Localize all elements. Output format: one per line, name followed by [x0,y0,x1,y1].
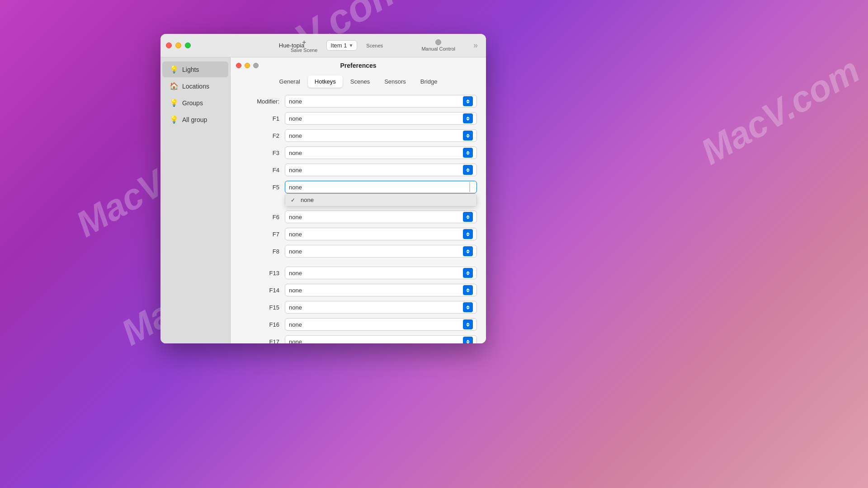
f13-value: none [289,270,302,277]
modifier-label: Modifier: [240,98,285,105]
modifier-arrow [463,96,473,106]
sidebar-locations-label: Locations [182,83,209,90]
lights-icon: 💡 [170,65,178,74]
f14-select[interactable]: none [285,284,477,296]
f16-select[interactable]: none [285,318,477,331]
f3-row: F3 none [240,146,477,159]
scenes-label: Scenes [366,43,383,48]
f15-arrow [463,302,473,312]
tab-general[interactable]: General [273,75,307,88]
f1-label: F1 [240,115,285,122]
toolbar-right: Manual Control » [421,34,481,57]
tab-bridge[interactable]: Bridge [414,75,444,88]
groups-icon: 💡 [170,99,178,107]
pref-content: Modifier: none F1 none [231,91,486,343]
save-scene-icon: + [302,38,306,47]
f5-label: F5 [240,184,285,191]
f13-label: F13 [240,270,285,277]
f16-arrow [463,319,473,329]
sidebar-item-lights[interactable]: 💡 Lights [162,61,228,77]
f1-arrow [463,113,473,123]
f2-arrow [463,131,473,141]
f6-row: F6 none [240,211,477,223]
f5-value: none [289,184,302,191]
f8-value: none [289,248,302,255]
f2-value: none [289,132,302,139]
f13-arrow [463,268,473,278]
f17-value: none [289,338,302,344]
titlebar: Hue-topia + Save Scene Item 1 ▼ Scenes M… [160,34,486,57]
f16-value: none [289,321,302,328]
f3-select[interactable]: none [285,146,477,159]
modifier-select[interactable]: none [285,95,477,108]
mc-dot [435,39,441,45]
f13-select[interactable]: none [285,267,477,279]
manual-control-label: Manual Control [421,46,455,52]
sidebar-item-locations[interactable]: 🏠 Locations [162,78,228,94]
dropdown-item-none-label: none [301,197,314,203]
arrow-up-icon [466,99,470,101]
f17-select[interactable]: none [285,335,477,343]
f15-label: F15 [240,304,285,311]
f5-dropdown: ✓ none [285,193,477,206]
f6-select[interactable]: none [285,211,477,223]
sidebar-item-groups[interactable]: 💡 Groups [162,95,228,111]
sidebar: 💡 Lights 🏠 Locations 💡 Groups 💡 All grou… [160,57,231,343]
f7-label: F7 [240,231,285,238]
f13-row: F13 none [240,267,477,279]
f1-row: F1 none [240,112,477,125]
scenes-dropdown-arrow: ▼ [349,43,353,48]
tab-hotkeys[interactable]: Hotkeys [308,75,343,88]
f2-select[interactable]: none [285,129,477,142]
maximize-button[interactable] [185,42,191,48]
locations-icon: 🏠 [170,82,178,90]
tab-scenes[interactable]: Scenes [344,75,377,88]
modifier-value: none [289,98,302,105]
f5-row: F5 none ✓ none [240,181,477,193]
sidebar-lights-label: Lights [182,66,199,73]
window-body: 💡 Lights 🏠 Locations 💡 Groups 💡 All grou… [160,57,486,343]
f15-row: F15 none [240,301,477,314]
f15-select[interactable]: none [285,301,477,314]
f4-arrow [463,165,473,175]
f8-select[interactable]: none [285,245,477,258]
f16-label: F16 [240,321,285,328]
f14-value: none [289,287,302,294]
f17-label: F17 [240,338,285,344]
pref-close-button[interactable] [236,63,241,68]
traffic-lights [166,42,191,48]
minimize-button[interactable] [175,42,181,48]
save-scene-button[interactable]: + Save Scene [291,38,317,53]
all-group-icon: 💡 [170,115,178,124]
f8-row: F8 none [240,245,477,258]
scenes-label-area: Scenes [366,43,383,48]
f1-value: none [289,115,302,122]
manual-control-button[interactable]: Manual Control [421,39,455,52]
scenes-dropdown[interactable]: Item 1 ▼ [326,40,357,51]
tab-sensors[interactable]: Sensors [377,75,413,88]
pref-minimize-button[interactable] [245,63,250,68]
preferences-panel: Preferences General Hotkeys Scenes Senso… [231,57,486,343]
close-button[interactable] [166,42,172,48]
arrow-down-icon [466,102,470,103]
pref-maximize-button[interactable] [253,63,259,68]
f3-arrow [463,148,473,158]
dropdown-item-none[interactable]: ✓ none [285,194,476,206]
f8-label: F8 [240,248,285,255]
f3-value: none [289,150,302,156]
expand-icon[interactable]: » [473,41,478,50]
f4-label: F4 [240,167,285,174]
f7-value: none [289,231,302,238]
f1-select[interactable]: none [285,112,477,125]
sidebar-item-all-group[interactable]: 💡 All group [162,112,228,127]
scenes-dropdown-value: Item 1 [330,42,347,49]
modifier-row: Modifier: none [240,95,477,108]
f4-select[interactable]: none [285,164,477,176]
f5-select[interactable]: none [285,181,477,193]
f2-label: F2 [240,132,285,139]
check-icon: ✓ [291,197,297,203]
f7-select[interactable]: none [285,228,477,240]
f14-row: F14 none [240,284,477,296]
f6-label: F6 [240,214,285,221]
pref-tabs: General Hotkeys Scenes Sensors Bridge [231,74,486,91]
